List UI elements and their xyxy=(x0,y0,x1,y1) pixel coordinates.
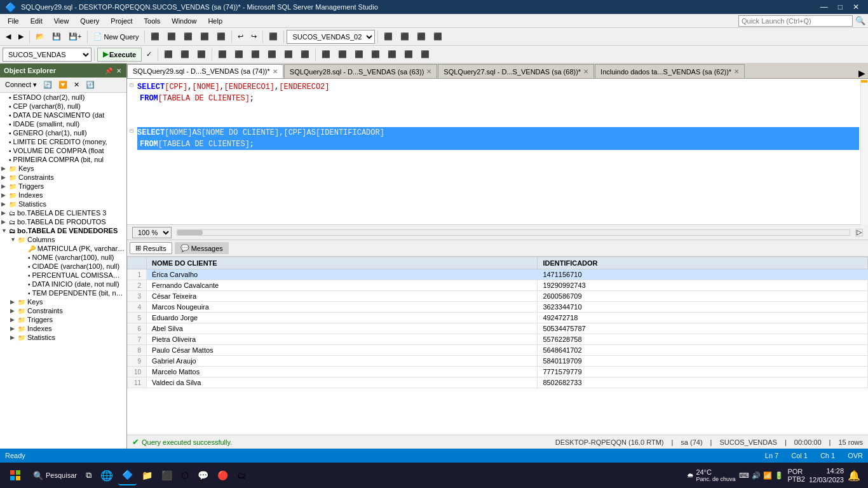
toolbar2-btn-4[interactable]: ⬛ xyxy=(264,48,280,62)
tree-item-matricula[interactable]: 🔑 MATRICULA (PK, varchar(20 xyxy=(0,244,126,253)
toolbar2-btn-5[interactable]: ⬛ xyxy=(281,48,296,62)
toolbar-btn-2[interactable]: ⬛ xyxy=(164,30,179,44)
sql-editor[interactable]: ⊟ SELECT [CPF] , [NOME] , [ENDERECO1] , … xyxy=(127,79,868,225)
taskbar-search[interactable]: 🔍 Pesquisar xyxy=(29,465,81,485)
table-row[interactable]: 6 Abel Silva 50534475787 xyxy=(128,323,868,334)
results-table-container[interactable]: NOME DO CLIENTE IDENTIFICADOR 1 Érica Ca… xyxy=(127,257,868,435)
tree-item-clientes3[interactable]: ▶ 🗂 bo.TABELA DE CLIENTES 3 xyxy=(0,208,126,217)
tree-item-constraints-2[interactable]: ▶ 📁 Constraints xyxy=(0,306,126,315)
oe-refresh-button[interactable]: 🔄 xyxy=(41,79,55,90)
collapse-icon-2[interactable]: ⊟ xyxy=(130,127,137,135)
toolbar2-btn-9[interactable]: ⬛ xyxy=(351,48,367,62)
oe-close-button[interactable]: ✕ xyxy=(115,67,123,74)
tab-results[interactable]: ⊞ Results xyxy=(130,242,172,254)
tab-close-icon[interactable]: ✕ xyxy=(734,68,739,75)
toolbar-btn-5[interactable]: ⬛ xyxy=(214,30,229,44)
toolbar-btn-8[interactable]: ⬛ xyxy=(397,30,412,44)
table-row[interactable]: 3 César Teixeira 2600586709 xyxy=(128,291,868,302)
quick-launch-input[interactable] xyxy=(738,15,853,27)
table-row[interactable]: 9 Gabriel Araujo 5840119709 xyxy=(128,356,868,367)
tab-close-icon[interactable]: ✕ xyxy=(273,68,278,75)
tab-sqlquery29[interactable]: SQLQuery29.sql - D...S_VENDAS (sa (74))*… xyxy=(127,64,283,78)
table-row[interactable]: 8 Paulo César Mattos 5648641702 xyxy=(128,345,868,356)
tree-item-vendedores[interactable]: ▼ 🗂 bo.TABELA DE VENDEDORES xyxy=(0,226,126,235)
toolbar-btn-6[interactable]: ⬛ xyxy=(266,30,281,44)
tree-item-genero[interactable]: ▪ GENERO (char(1), null) xyxy=(0,128,126,137)
tab-sqlquery28[interactable]: SQLQuery28.sql - D...S_VENDAS (sa (63)) … xyxy=(284,64,438,78)
toolbar2-btn-2[interactable]: ⬛ xyxy=(231,48,247,62)
toolbar-btn-3[interactable]: ⬛ xyxy=(180,30,196,44)
toolbar2-btn-6[interactable]: ⬛ xyxy=(297,48,313,62)
tree-item-idade[interactable]: ▪ IDADE (smallint, null) xyxy=(0,119,126,128)
maximize-button[interactable]: □ xyxy=(834,3,846,11)
menu-query[interactable]: Query xyxy=(75,16,104,26)
taskbar-taskview[interactable]: ⧉ xyxy=(82,465,95,485)
oe-filter-clear-button[interactable]: ✕ xyxy=(71,79,82,90)
tab-sqlquery27[interactable]: SQLQuery27.sql - D...S_VENDAS (sa (68))*… xyxy=(438,64,594,78)
tree-item-temdependente[interactable]: ▪ TEM DEPENDENTE (bit, null) xyxy=(0,288,126,297)
tree-item-statistics-2[interactable]: ▶ 📁 Statistics xyxy=(0,333,126,342)
collapse-icon-1[interactable]: ⊟ xyxy=(130,81,137,89)
table-row[interactable]: 11 Valdeci da Silva 8502682733 xyxy=(128,377,868,388)
toolbar2-btn-1[interactable]: ⬛ xyxy=(215,48,230,62)
toolbar2-btn-12[interactable]: ⬛ xyxy=(401,48,416,62)
tree-item-cep[interactable]: ▪ CEP (varchar(8), null) xyxy=(0,102,126,111)
oe-connect-button[interactable]: Connect ▾ xyxy=(3,79,39,90)
taskbar-explorer[interactable]: 📁 xyxy=(138,465,156,485)
taskbar-chrome[interactable]: 🔴 xyxy=(214,465,232,485)
tree-item-constraints-1[interactable]: ▶ 📁 Constraints xyxy=(0,173,126,182)
table-row[interactable]: 1 Érica Carvalho 1471156710 xyxy=(128,269,868,280)
taskbar-files[interactable]: 🗂 xyxy=(233,465,250,485)
taskbar-terminal[interactable]: ⬛ xyxy=(158,465,176,485)
toolbar2-btn-10[interactable]: ⬛ xyxy=(368,48,383,62)
toolbar2-btn-13[interactable]: ⬛ xyxy=(417,48,433,62)
tree-item-estado[interactable]: ▪ ESTADO (char(2), null) xyxy=(0,93,126,102)
zoom-selector[interactable]: 100 % xyxy=(132,227,172,238)
save-all-button[interactable]: 💾+ xyxy=(65,30,85,44)
menu-tools[interactable]: Tools xyxy=(139,16,166,26)
toolbar2-btn-3[interactable]: ⬛ xyxy=(248,48,263,62)
execute-button[interactable]: ▶ Execute xyxy=(97,48,142,62)
table-row[interactable]: 2 Fernando Cavalcante 19290992743 xyxy=(128,280,868,291)
menu-edit[interactable]: Edit xyxy=(25,16,48,26)
toolbar2-btn-11[interactable]: ⬛ xyxy=(384,48,400,62)
tree-item-columns[interactable]: ▼ 📁 Columns xyxy=(0,235,126,244)
new-query-button[interactable]: 📄 New Query xyxy=(90,30,142,44)
start-button[interactable] xyxy=(3,465,28,485)
table-row[interactable]: 10 Marcelo Mattos 7771579779 xyxy=(128,367,868,377)
tree-item-cidade[interactable]: ▪ CIDADE (varchar(100), null) xyxy=(0,262,126,271)
tab-messages[interactable]: 💬 Messages xyxy=(175,242,229,254)
menu-project[interactable]: Project xyxy=(105,16,137,26)
scroll-corner[interactable]: ▷ xyxy=(855,229,863,236)
tree-item-statistics-1[interactable]: ▶ 📁 Statistics xyxy=(0,200,126,208)
tree-item-indexes-2[interactable]: ▶ 📁 Indexes xyxy=(0,324,126,333)
oe-sync-button[interactable]: 🔃 xyxy=(83,79,97,90)
menu-file[interactable]: File xyxy=(3,16,24,26)
search-icon[interactable]: 🔍 xyxy=(855,16,865,25)
menu-view[interactable]: View xyxy=(49,16,74,26)
tree-item-nome[interactable]: ▪ NOME (varchar(100), null) xyxy=(0,253,126,262)
tree-item-percentual[interactable]: ▪ PERCENTUAL COMISSAO (v xyxy=(0,271,126,280)
taskbar-vscode[interactable]: ⬡ xyxy=(177,465,193,485)
taskbar-edge[interactable]: 🌐 xyxy=(97,465,117,485)
tab-close-icon[interactable]: ✕ xyxy=(583,68,588,75)
table-row[interactable]: 4 Marcos Nougeuira 3623344710 xyxy=(128,302,868,313)
tree-item-indexes-1[interactable]: ▶ 📁 Indexes xyxy=(0,191,126,200)
save-button[interactable]: 💾 xyxy=(49,30,64,44)
redo-button[interactable]: ↪ xyxy=(248,30,260,44)
database-selector-2[interactable]: SUCOS_VENDAS xyxy=(3,48,92,62)
oe-filter-button[interactable]: 🔽 xyxy=(56,79,70,90)
parse-button[interactable]: ⬛ xyxy=(161,48,176,62)
undo-button[interactable]: ↩ xyxy=(234,30,247,44)
table-row[interactable]: 7 Pietra Oliveira 5576228758 xyxy=(128,334,868,345)
taskbar-ssms[interactable]: 🔷 xyxy=(118,465,137,485)
toolbar2-btn-7[interactable]: ⬛ xyxy=(318,48,334,62)
open-file-button[interactable]: 📂 xyxy=(32,30,48,44)
close-button[interactable]: ✕ xyxy=(849,3,863,11)
tree-item-keys-1[interactable]: ▶ 📁 Keys xyxy=(0,164,126,173)
oe-pin-button[interactable]: 📌 xyxy=(104,67,114,74)
back-button[interactable]: ◀ xyxy=(3,30,14,44)
notification-icon[interactable]: 🔔 xyxy=(848,470,860,482)
tree-item-triggers-2[interactable]: ▶ 📁 Triggers xyxy=(0,315,126,324)
cancel-execute-button[interactable]: ✓ xyxy=(143,48,155,62)
